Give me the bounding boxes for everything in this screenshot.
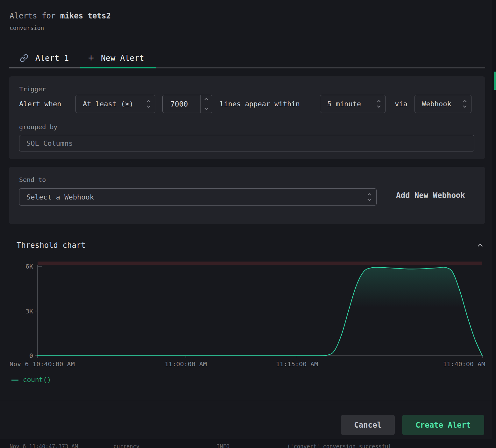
add-new-webhook-button[interactable]: Add New Webhook	[396, 191, 465, 200]
channel-select[interactable]: Webhook	[415, 95, 471, 113]
spinner-down-button[interactable]	[201, 104, 212, 113]
send-to-label: Send to	[19, 176, 46, 184]
svg-text:11:00:00 AM: 11:00:00 AM	[165, 360, 207, 368]
log-row-level: INFO	[216, 443, 230, 448]
background-page-edge	[492, 0, 496, 448]
send-to-panel: Send to Select a Webhook Add New Webhook	[9, 167, 485, 224]
threshold-chart-title: Threshold chart	[17, 241, 86, 250]
footer-divider	[0, 400, 492, 400]
time-window-select[interactable]: 5 minute	[320, 95, 386, 113]
condition-select-value: At least (≥)	[83, 100, 133, 108]
legend-series-label: count()	[23, 376, 51, 384]
channel-select-value: Webhook	[422, 100, 451, 108]
tab-new-alert-label: New Alert	[101, 53, 144, 63]
chevron-up-icon	[478, 244, 483, 249]
svg-text:6K: 6K	[25, 262, 33, 270]
svg-text:11:15:00 AM: 11:15:00 AM	[276, 360, 318, 368]
threshold-chart: 03K6KNov 6 10:40:00 AM11:00:00 AM11:15:0…	[0, 256, 492, 372]
threshold-input-group	[162, 95, 212, 113]
chevron-updown-icon	[378, 101, 380, 107]
background-green-button-edge	[494, 72, 496, 90]
create-alert-button[interactable]: Create Alert	[402, 415, 484, 435]
group-by-input[interactable]	[19, 135, 474, 151]
threshold-spinner	[200, 95, 212, 113]
threshold-input[interactable]	[163, 95, 200, 113]
svg-text:3K: 3K	[25, 307, 33, 315]
cancel-button[interactable]: Cancel	[341, 415, 395, 435]
threshold-chart-svg: 03K6KNov 6 10:40:00 AM11:00:00 AM11:15:0…	[0, 256, 492, 372]
legend-line-swatch	[11, 380, 18, 381]
tab-alert-1[interactable]: Alert 1	[20, 51, 69, 65]
log-row-message: ('convert' conversion successful	[287, 443, 392, 448]
chevron-updown-icon	[147, 101, 150, 107]
link-icon	[20, 54, 28, 62]
alert-when-text: Alert when	[19, 100, 61, 108]
lines-appear-text: lines appear within	[220, 100, 300, 108]
page-subtitle: conversion	[10, 24, 44, 31]
collapse-chart-button[interactable]	[476, 242, 486, 250]
grouped-by-label: grouped by	[19, 123, 57, 131]
chevron-updown-icon	[368, 194, 371, 200]
page-title-prefix: Alerts for	[10, 11, 60, 20]
tab-new-alert[interactable]: + New Alert	[88, 51, 144, 65]
trigger-label: Trigger	[19, 85, 46, 93]
webhook-select[interactable]: Select a Webhook	[19, 188, 377, 206]
page-title-source: mikes tets2	[60, 11, 111, 20]
background-log-row: Nov 6 11:40:47.373 AM currency INFO ('co…	[0, 439, 496, 448]
svg-text:Nov 6 10:40:00 AM: Nov 6 10:40:00 AM	[10, 360, 75, 368]
via-text: via	[395, 100, 407, 108]
log-row-timestamp: Nov 6 11:40:47.373 AM	[10, 443, 78, 448]
spinner-up-button[interactable]	[201, 95, 212, 104]
plus-icon: +	[88, 53, 94, 63]
condition-select[interactable]: At least (≥)	[75, 95, 155, 113]
time-window-select-value: 5 minute	[327, 100, 361, 108]
tab-alert-1-underline	[9, 67, 80, 68]
svg-text:0: 0	[29, 352, 33, 360]
alert-tabs: Alert 1 + New Alert	[0, 48, 492, 69]
chart-legend: count()	[11, 376, 51, 384]
chevron-updown-icon	[464, 101, 466, 107]
tab-new-alert-underline-active	[80, 67, 156, 68]
alert-modal: Alerts for mikes tets2 conversion Alert …	[0, 0, 492, 439]
webhook-select-placeholder: Select a Webhook	[26, 193, 94, 201]
tab-alert-1-label: Alert 1	[35, 53, 69, 63]
trigger-panel: Trigger Alert when At least (≥) lines ap…	[9, 76, 485, 159]
page-title: Alerts for mikes tets2	[10, 11, 111, 20]
log-row-service: currency	[113, 443, 139, 448]
svg-text:11:40:00 AM: 11:40:00 AM	[443, 360, 485, 368]
